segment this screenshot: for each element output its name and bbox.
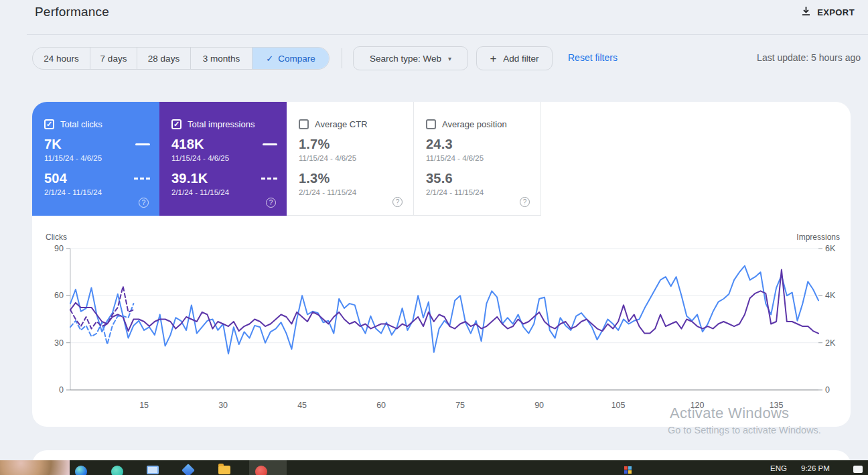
date-range-tabs: 24 hours 7 days 28 days 3 months ✓ Compa…: [32, 47, 330, 70]
edge-browser-icon[interactable]: [75, 466, 87, 475]
notification-center-icon[interactable]: [853, 466, 863, 473]
metric-primary-value: 7K: [44, 137, 62, 152]
teal-app-icon[interactable]: [111, 466, 123, 475]
plus-icon: +: [490, 53, 496, 64]
windows-taskbar: ENG 9:26 PM: [0, 460, 868, 475]
add-filter-button[interactable]: + Add filter: [476, 46, 553, 70]
metric-label: Total impressions: [188, 119, 255, 129]
metric-secondary-range: 2/1/24 - 11/15/24: [171, 188, 276, 196]
activate-windows-subtext: Go to Settings to activate Windows.: [668, 425, 821, 435]
metric-card-total-impressions[interactable]: ✓ Total impressions 418K 11/15/24 - 4/6/…: [159, 102, 287, 216]
toolbar-divider: [342, 48, 342, 68]
metric-secondary-value: 1.3%: [299, 171, 330, 186]
search-type-dropdown[interactable]: Search type: Web ▾: [353, 46, 468, 70]
desktop-wallpaper-corner: [0, 460, 70, 475]
metric-primary-range: 11/15/24 - 4/6/25: [171, 154, 276, 162]
checkbox-checked-icon[interactable]: ✓: [44, 119, 54, 129]
solid-line-indicator-icon: [263, 143, 277, 145]
tab-compare[interactable]: ✓ Compare: [252, 48, 329, 69]
tab-label: 28 days: [148, 54, 179, 64]
search-type-label: Search type: Web: [370, 54, 441, 64]
diamond-app-icon[interactable]: [182, 464, 195, 475]
metric-secondary-range: 2/1/24 - 11/15/24: [299, 188, 403, 196]
download-icon: [801, 6, 811, 19]
metric-card-average-position[interactable]: Average position 24.3 11/15/24 - 4/6/25 …: [414, 102, 541, 216]
export-button[interactable]: EXPORT: [801, 6, 855, 19]
performance-report-card: ✓ Total clicks 7K 11/15/24 - 4/6/25 504 …: [32, 102, 851, 427]
check-icon: ✓: [266, 54, 273, 64]
language-indicator[interactable]: ENG: [770, 464, 787, 472]
tab-label: 7 days: [100, 54, 127, 64]
dashed-line-indicator-icon: [261, 178, 277, 180]
system-tray-icon[interactable]: [624, 466, 632, 474]
metric-tiles-row: ✓ Total clicks 7K 11/15/24 - 4/6/25 504 …: [32, 102, 541, 216]
tab-7-days[interactable]: 7 days: [90, 48, 137, 69]
reset-filters-link[interactable]: Reset filters: [568, 52, 618, 63]
check-icon: ✓: [173, 121, 179, 128]
metric-card-total-clicks[interactable]: ✓ Total clicks 7K 11/15/24 - 4/6/25 504 …: [32, 102, 159, 216]
metric-card-average-ctr[interactable]: Average CTR 1.7% 11/15/24 - 4/6/25 1.3% …: [287, 102, 414, 216]
metric-primary-value: 24.3: [426, 137, 453, 152]
add-filter-label: Add filter: [503, 54, 538, 64]
help-icon[interactable]: ?: [392, 197, 403, 207]
help-icon[interactable]: ?: [266, 198, 276, 208]
chevron-down-icon: ▾: [448, 55, 451, 62]
tab-24-hours[interactable]: 24 hours: [33, 48, 90, 69]
tab-label: Compare: [278, 54, 315, 64]
help-icon[interactable]: ?: [520, 197, 530, 207]
this-pc-icon[interactable]: [147, 466, 159, 474]
file-explorer-icon[interactable]: [218, 466, 230, 474]
page-title: Performance: [35, 5, 109, 19]
metric-secondary-range: 2/1/24 - 11/15/24: [44, 188, 149, 196]
help-icon[interactable]: ?: [139, 198, 149, 208]
solid-line-indicator-icon: [135, 143, 150, 145]
metric-primary-value: 1.7%: [299, 137, 330, 152]
checkbox-unchecked-icon[interactable]: [299, 119, 309, 129]
tab-3-months[interactable]: 3 months: [191, 48, 252, 69]
metric-label: Average position: [442, 119, 507, 129]
clock[interactable]: 9:26 PM: [801, 464, 830, 472]
tab-label: 24 hours: [44, 54, 79, 64]
checkbox-unchecked-icon[interactable]: [426, 119, 436, 129]
right-axis-title: Impressions: [793, 232, 840, 242]
checkbox-checked-icon[interactable]: ✓: [171, 119, 182, 129]
tab-label: 3 months: [203, 54, 240, 64]
metric-primary-value: 418K: [171, 137, 204, 152]
metric-label: Total clicks: [60, 119, 102, 129]
metric-primary-range: 11/15/24 - 4/6/25: [44, 154, 149, 162]
metric-secondary-value: 504: [44, 171, 67, 186]
export-label: EXPORT: [817, 7, 855, 17]
metric-secondary-value: 35.6: [426, 171, 453, 186]
tab-28-days[interactable]: 28 days: [137, 48, 191, 69]
check-icon: ✓: [46, 121, 52, 128]
red-app-icon[interactable]: [255, 466, 267, 475]
metric-primary-range: 11/15/24 - 4/6/25: [299, 154, 403, 162]
metric-primary-range: 11/15/24 - 4/6/25: [426, 154, 530, 162]
dashed-line-indicator-icon: [134, 178, 150, 180]
header-divider: [27, 34, 868, 35]
metric-label: Average CTR: [315, 119, 368, 129]
performance-page: Performance EXPORT 24 hours 7 days 28 da…: [0, 0, 868, 475]
activate-windows-watermark: Activate Windows: [670, 405, 789, 422]
last-update-text: Last update: 5 hours ago: [757, 52, 861, 63]
metric-secondary-value: 39.1K: [171, 171, 208, 186]
metric-secondary-range: 2/1/24 - 11/15/24: [426, 188, 530, 196]
left-axis-title: Clicks: [46, 232, 67, 242]
